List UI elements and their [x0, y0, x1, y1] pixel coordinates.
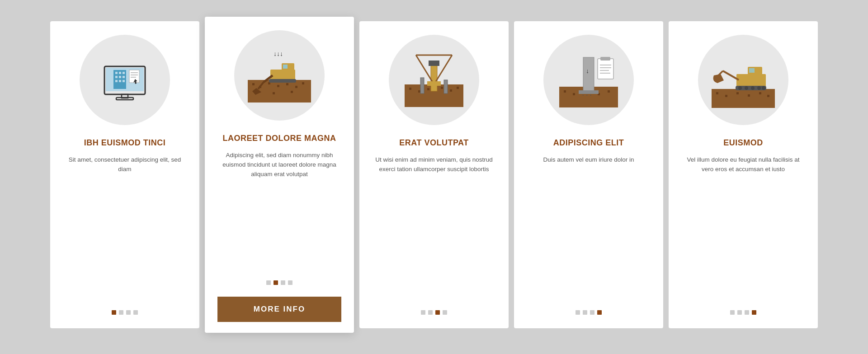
computer-building-icon [95, 53, 154, 107]
svg-rect-71 [736, 92, 739, 94]
svg-rect-40 [427, 88, 429, 90]
card-1-title: IBH EUISMOD TINCI [84, 138, 166, 148]
card-4-dots [576, 310, 602, 315]
svg-rect-7 [119, 76, 121, 78]
svg-rect-49 [420, 78, 424, 93]
dot-active [274, 280, 278, 285]
svg-rect-8 [123, 76, 125, 78]
svg-rect-38 [409, 88, 411, 90]
svg-rect-26 [302, 82, 304, 84]
dot-inactive [590, 310, 594, 315]
dot-active [435, 310, 440, 315]
svg-line-78 [723, 71, 739, 80]
dot-inactive [421, 310, 425, 315]
card-2-dots [266, 280, 292, 285]
dot-active [752, 310, 756, 315]
svg-point-84 [757, 86, 761, 90]
svg-rect-44 [431, 64, 437, 91]
card-4-title: ADIPISCING ELIT [553, 138, 624, 148]
svg-rect-42 [450, 89, 452, 92]
dot-inactive [281, 280, 285, 285]
svg-rect-3 [115, 72, 118, 74]
cards-container: IBH EUISMOD TINCI Sit amet, consectetuer… [37, 8, 831, 346]
svg-rect-4 [119, 72, 121, 74]
excavator-digging-icon: ↓↓↓ [245, 46, 313, 105]
svg-rect-12 [129, 70, 139, 83]
svg-rect-72 [748, 94, 750, 97]
card-5-dots [730, 310, 756, 315]
dot-inactive [119, 310, 123, 315]
svg-rect-57 [608, 90, 610, 93]
card-1: IBH EUISMOD TINCI Sit amet, consectetuer… [50, 21, 199, 328]
svg-rect-39 [418, 90, 420, 93]
svg-rect-23 [277, 85, 279, 87]
card-3-dots [421, 310, 447, 315]
bulldozer-icon [709, 51, 777, 109]
card-2-title: LAOREET DOLORE MAGNA [223, 133, 336, 144]
svg-rect-69 [716, 92, 718, 94]
svg-point-85 [762, 86, 765, 90]
icon-circle-1 [80, 35, 170, 125]
card-3-text: Ut wisi enim ad minim veniam, quis nostr… [372, 155, 496, 299]
svg-rect-6 [115, 76, 118, 78]
dot-active [112, 310, 116, 315]
card-5-text: Vel illum dolore eu feugiat nulla facili… [681, 155, 805, 299]
icon-circle-5 [698, 35, 788, 125]
icon-circle-4: ↓ ↓ ↓ ↓ [543, 35, 634, 125]
svg-rect-32 [283, 65, 288, 69]
svg-rect-18 [116, 98, 133, 100]
svg-rect-5 [123, 72, 125, 74]
svg-rect-24 [286, 83, 288, 85]
svg-point-81 [738, 86, 742, 90]
column-press-icon: ↓ ↓ ↓ ↓ [557, 51, 620, 109]
svg-rect-28 [273, 92, 275, 94]
card-2: ↓↓↓ LAOREET DOLORE MAGNA Adipiscing elit… [205, 17, 354, 333]
svg-rect-43 [457, 87, 459, 89]
svg-rect-45 [429, 61, 439, 66]
dot-inactive [737, 310, 742, 315]
svg-rect-50 [444, 80, 448, 93]
dot-inactive [133, 310, 138, 315]
card-5-title: EUISMOD [723, 138, 763, 148]
svg-rect-70 [725, 95, 727, 97]
card-3-title: ERAT VOLUTPAT [399, 138, 469, 148]
card-1-dots [112, 310, 138, 315]
pile-driver-icon [402, 51, 466, 109]
svg-text:↓: ↓ [586, 67, 589, 75]
svg-text:↓↓↓: ↓↓↓ [274, 50, 283, 57]
svg-rect-10 [119, 80, 121, 82]
svg-point-83 [751, 86, 755, 90]
svg-rect-25 [295, 86, 297, 88]
svg-rect-68 [712, 89, 775, 108]
card-4-text: Duis autem vel eum iriure dolor in [543, 155, 634, 299]
svg-rect-74 [767, 95, 769, 97]
card-4: ↓ ↓ ↓ ↓ ADIPISCING ELIT Duis autem vel e… [514, 21, 663, 328]
icon-circle-3 [389, 35, 479, 125]
dot-inactive [126, 310, 131, 315]
icon-circle-2: ↓↓↓ [234, 30, 325, 121]
svg-rect-54 [573, 93, 575, 95]
svg-rect-73 [759, 92, 761, 94]
svg-rect-20 [252, 83, 255, 85]
dot-inactive [266, 280, 271, 285]
dot-inactive [730, 310, 735, 315]
svg-rect-36 [269, 79, 296, 83]
more-info-button[interactable]: MORE INFO [217, 297, 341, 322]
card-1-text: Sit amet, consectetuer adipiscing elit, … [63, 155, 187, 299]
dot-inactive [745, 310, 749, 315]
svg-rect-51 [427, 81, 441, 86]
card-2-text: Adipiscing elit, sed diam nonummy nibh e… [217, 151, 341, 270]
svg-rect-77 [749, 68, 755, 73]
dot-inactive [576, 310, 580, 315]
dot-inactive [583, 310, 587, 315]
svg-rect-67 [579, 90, 599, 94]
card-5: EUISMOD Vel illum dolore eu feugiat null… [669, 21, 818, 328]
svg-rect-53 [564, 90, 566, 93]
svg-rect-60 [598, 59, 613, 79]
svg-rect-29 [291, 91, 293, 93]
dot-inactive [443, 310, 447, 315]
svg-rect-41 [441, 87, 443, 89]
svg-rect-61 [600, 57, 610, 61]
dot-active [597, 310, 602, 315]
svg-rect-11 [123, 80, 125, 82]
